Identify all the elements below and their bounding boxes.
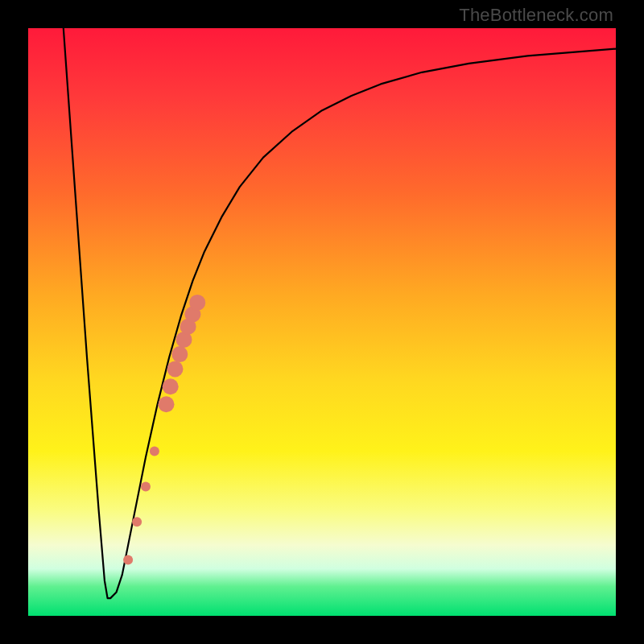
bottleneck-curve [64, 28, 616, 598]
data-dot [123, 555, 133, 565]
data-dot [159, 396, 175, 412]
data-dots [123, 295, 205, 565]
chart-overlay [28, 28, 616, 616]
data-dot [167, 361, 184, 377]
data-dot [163, 378, 179, 394]
data-dot [132, 517, 142, 526]
chart-frame: TheBottleneck.com [0, 0, 644, 644]
curve-path [64, 28, 616, 598]
data-dot [141, 481, 151, 491]
data-dot [189, 295, 205, 311]
data-dot [150, 447, 159, 456]
data-dot [171, 346, 188, 362]
watermark-text: TheBottleneck.com [459, 5, 613, 26]
